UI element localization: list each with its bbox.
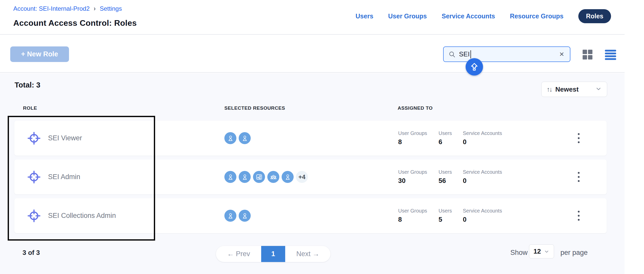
dashboard-icon: [253, 171, 265, 183]
users-count: 56: [439, 177, 463, 185]
current-page-button[interactable]: 1: [261, 246, 285, 262]
role-target-icon: [27, 170, 41, 184]
user-groups-label: User Groups: [398, 208, 439, 214]
breadcrumb-account-link[interactable]: Account: SEI-Internal-Prod2: [13, 5, 90, 12]
page-title: Account Access Control: Roles: [13, 18, 137, 28]
table-row[interactable]: SEI Collections Admin User Groups8 Users…: [14, 198, 607, 233]
users-count: 5: [439, 216, 463, 223]
search-input[interactable]: SEI ✕: [443, 46, 570, 62]
table-row[interactable]: SEI Viewer User Groups8 Users6 Service A…: [14, 121, 607, 156]
new-role-button[interactable]: + New Role: [10, 46, 69, 62]
page-size-select[interactable]: 12: [529, 244, 554, 258]
role-target-icon: [27, 208, 41, 223]
service-accounts-count: 0: [463, 138, 522, 146]
column-header-role: ROLE: [23, 105, 37, 111]
user-icon: [224, 210, 236, 222]
column-header-assigned-to: ASSIGNED TO: [398, 105, 433, 111]
toolbar: + New Role SEI ✕: [0, 35, 625, 73]
roles-rows: SEI Viewer User Groups8 Users6 Service A…: [14, 121, 607, 237]
user-groups-count: 30: [398, 177, 439, 185]
per-page-label: per page: [560, 249, 588, 257]
nav-tab-users[interactable]: Users: [355, 13, 373, 20]
user-icon: [239, 210, 251, 222]
page-range-label: 3 of 3: [22, 249, 40, 257]
selected-resources-cell: [224, 198, 251, 233]
search-clear-icon[interactable]: ✕: [558, 50, 565, 58]
group-icon: [267, 171, 279, 183]
next-page-button[interactable]: Next →: [285, 246, 330, 262]
role-name: SEI Collections Admin: [48, 212, 116, 220]
users-count: 6: [439, 138, 463, 146]
user-icon: [282, 171, 294, 183]
text-cursor: [470, 50, 471, 58]
assigned-to-cell: User Groups30 Users56 Service Accounts0: [398, 159, 522, 194]
grid-view-icon[interactable]: [581, 48, 594, 61]
more-resources-badge[interactable]: +4: [296, 171, 308, 183]
nav-tab-user-groups[interactable]: User Groups: [388, 13, 427, 20]
selected-resources-cell: +4: [224, 159, 308, 194]
row-menu-kebab-icon[interactable]: [573, 198, 584, 233]
sort-dropdown[interactable]: ↑↓ Newest: [541, 82, 607, 97]
shift-key-indicator: [466, 58, 483, 76]
nav-tab-roles-active[interactable]: Roles: [578, 9, 611, 23]
service-accounts-count: 0: [463, 216, 522, 223]
assigned-to-cell: User Groups8 Users5 Service Accounts0: [398, 198, 522, 233]
role-name: SEI Admin: [48, 173, 80, 181]
search-icon: [448, 51, 456, 58]
list-view-icon[interactable]: [604, 48, 617, 61]
show-label: Show: [510, 249, 528, 257]
page-size-value: 12: [534, 247, 541, 255]
roles-page: Account: SEI-Internal-Prod2 › Settings A…: [0, 0, 644, 274]
user-groups-count: 8: [398, 216, 439, 223]
service-accounts-label: Service Accounts: [463, 130, 522, 136]
total-count: Total: 3: [15, 81, 40, 89]
user-groups-count: 8: [398, 138, 439, 146]
nav-tab-service-accounts[interactable]: Service Accounts: [442, 13, 495, 20]
column-header-selected-resources: SELECTED RESOURCES: [224, 105, 285, 111]
breadcrumb-settings-link[interactable]: Settings: [100, 5, 122, 12]
users-label: Users: [439, 169, 463, 175]
users-label: Users: [439, 130, 463, 136]
nav-tab-resource-groups[interactable]: Resource Groups: [510, 13, 564, 20]
row-menu-kebab-icon[interactable]: [573, 159, 584, 194]
roles-list-section: Total: 3 ↑↓ Newest ROLE SELECTED RESOURC…: [0, 73, 625, 274]
service-accounts-count: 0: [463, 177, 522, 185]
assigned-to-cell: User Groups8 Users6 Service Accounts0: [398, 121, 522, 156]
user-icon: [224, 171, 236, 183]
role-name: SEI Viewer: [48, 134, 82, 142]
chevron-down-icon: [595, 85, 602, 93]
user-icon: [224, 132, 236, 144]
service-accounts-label: Service Accounts: [463, 208, 522, 214]
header-nav: Users User Groups Service Accounts Resou…: [355, 9, 611, 23]
users-label: Users: [439, 208, 463, 214]
row-menu-kebab-icon[interactable]: [573, 121, 584, 156]
user-icon: [239, 132, 251, 144]
sort-selected-value: Newest: [555, 85, 579, 93]
role-cell: SEI Collections Admin: [27, 198, 116, 233]
shift-icon: [469, 62, 479, 72]
page-header: Account: SEI-Internal-Prod2 › Settings A…: [0, 0, 625, 35]
role-target-icon: [27, 131, 41, 146]
prev-page-button[interactable]: ← Prev: [216, 246, 261, 262]
user-groups-label: User Groups: [398, 169, 439, 175]
table-row[interactable]: SEI Admin +4 User Groups30 Users56 Servi…: [14, 159, 607, 194]
user-icon: [239, 171, 251, 183]
selected-resources-cell: [224, 121, 251, 156]
chevron-down-icon: [544, 249, 549, 254]
pagination: ← Prev 1 Next →: [216, 246, 330, 262]
view-toggles: [581, 48, 617, 61]
role-cell: SEI Viewer: [27, 121, 82, 156]
sort-arrows-icon: ↑↓: [547, 85, 552, 93]
role-cell: SEI Admin: [27, 159, 80, 194]
service-accounts-label: Service Accounts: [463, 169, 522, 175]
breadcrumb-chevron-icon: ›: [94, 5, 96, 13]
breadcrumb: Account: SEI-Internal-Prod2 › Settings: [13, 5, 122, 12]
search-value: SEI: [459, 50, 470, 58]
user-groups-label: User Groups: [398, 130, 439, 136]
